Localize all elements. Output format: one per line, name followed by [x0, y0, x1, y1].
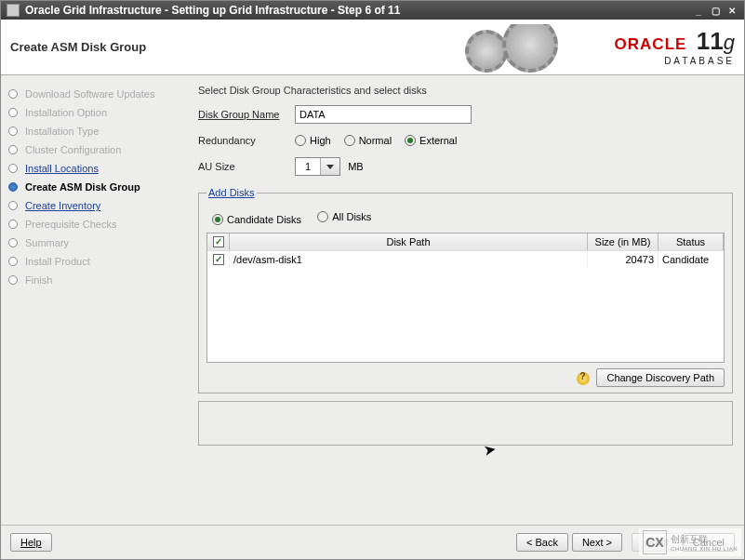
window-icon [7, 4, 20, 17]
sidebar-item-3: Cluster Configuration [7, 140, 181, 159]
sidebar-item-4[interactable]: Install Locations [7, 159, 181, 178]
table-header: Disk Path Size (in MB) Status [207, 233, 724, 250]
sidebar-item-10: Finish [7, 271, 181, 289]
main-panel: Select Disk Group Characteristics and se… [187, 75, 744, 525]
sidebar-item-label: Create ASM Disk Group [25, 181, 140, 193]
wizard-sidebar: Download Software UpdatesInstallation Op… [1, 75, 187, 525]
step-dot-icon [8, 275, 18, 285]
footer: Help < Back Next > Install Cancel [1, 525, 744, 559]
select-all-checkbox[interactable] [213, 236, 224, 247]
redundancy-external-radio[interactable]: External [405, 135, 457, 146]
redundancy-high-radio[interactable]: High [295, 135, 331, 146]
step-dot-icon [8, 164, 18, 173]
sidebar-item-1: Installation Option [7, 103, 181, 122]
maximize-button[interactable]: ▢ [709, 5, 722, 16]
all-disks-radio[interactable]: All Disks [317, 211, 371, 222]
add-disks-legend: Add Disks [206, 187, 257, 198]
col-disk-path[interactable]: Disk Path [230, 233, 588, 250]
redundancy-normal-label: Normal [359, 135, 392, 146]
candidate-disks-label: Candidate Disks [227, 214, 301, 225]
version-suffix: g [724, 31, 735, 54]
hint-icon [577, 372, 590, 385]
sidebar-item-8: Summary [7, 233, 181, 252]
col-status[interactable]: Status [659, 233, 724, 250]
step-dot-icon [8, 182, 18, 192]
watermark-text: 创新互联 [671, 533, 738, 546]
redundancy-label: Redundancy [198, 135, 295, 146]
titlebar: Oracle Grid Infrastructure - Setting up … [1, 1, 744, 20]
message-area [198, 401, 733, 446]
sidebar-item-9: Install Product [7, 252, 181, 271]
watermark: CX 创新互联 CHUANG XIN HU LIAN [639, 528, 741, 556]
cell-size: 20473 [588, 251, 659, 268]
sidebar-item-6[interactable]: Create Inventory [7, 196, 181, 215]
step-dot-icon [8, 257, 18, 266]
sidebar-item-5[interactable]: Create ASM Disk Group [7, 178, 181, 196]
sidebar-item-label: Summary [25, 237, 69, 248]
add-disks-fieldset: Add Disks Candidate Disks All Disks Disk… [198, 187, 733, 393]
au-size-unit: MB [348, 161, 364, 172]
sidebar-item-label: Prerequisite Checks [25, 219, 116, 230]
disks-table: Disk Path Size (in MB) Status /dev/asm-d… [206, 233, 725, 363]
minimize-button[interactable]: _ [692, 5, 705, 16]
step-dot-icon [8, 89, 18, 99]
step-dot-icon [8, 145, 18, 154]
cell-disk-path: /dev/asm-disk1 [230, 251, 588, 268]
brand-text: ORACLE [615, 35, 687, 53]
redundancy-external-label: External [419, 135, 457, 146]
instruction-text: Select Disk Group Characteristics and se… [198, 85, 733, 96]
oracle-logo: ORACLE 11g DATABASE [615, 27, 735, 66]
sidebar-item-label: Finish [25, 274, 52, 286]
cell-status: Candidate [659, 251, 724, 268]
sidebar-item-label: Install Locations [25, 163, 99, 174]
sidebar-item-2: Installation Type [7, 122, 181, 140]
sidebar-item-label: Install Product [25, 256, 90, 267]
au-size-label: AU Size [198, 161, 295, 172]
sidebar-item-label: Installation Type [25, 126, 99, 137]
step-dot-icon [8, 238, 18, 247]
redundancy-normal-radio[interactable]: Normal [344, 135, 392, 146]
back-button[interactable]: < Back [516, 533, 568, 552]
page-title: Create ASM Disk Group [10, 40, 146, 54]
help-button[interactable]: Help [10, 533, 52, 552]
watermark-sub: CHUANG XIN HU LIAN [671, 546, 738, 552]
row-checkbox[interactable] [213, 254, 224, 265]
step-dot-icon [8, 220, 18, 229]
sidebar-item-label: Cluster Configuration [25, 144, 121, 155]
sidebar-item-7: Prerequisite Checks [7, 215, 181, 233]
close-button[interactable]: ✕ [725, 5, 738, 16]
candidate-disks-radio[interactable]: Candidate Disks [212, 214, 301, 225]
all-disks-label: All Disks [332, 211, 371, 222]
header: Create ASM Disk Group ORACLE 11g DATABAS… [1, 20, 744, 75]
sidebar-item-label: Installation Option [25, 107, 107, 118]
sidebar-item-0: Download Software Updates [7, 85, 181, 103]
next-button[interactable]: Next > [572, 533, 622, 552]
step-dot-icon [8, 127, 18, 136]
au-size-select[interactable]: 1 [295, 157, 340, 176]
sidebar-item-label: Download Software Updates [25, 88, 154, 100]
header-graphic [465, 24, 577, 75]
product-text: DATABASE [615, 56, 735, 66]
col-size[interactable]: Size (in MB) [588, 233, 659, 250]
window-title: Oracle Grid Infrastructure - Setting up … [25, 4, 400, 17]
au-size-value: 1 [296, 161, 320, 172]
change-discovery-path-button[interactable]: Change Discovery Path [596, 368, 725, 387]
step-dot-icon [8, 201, 18, 210]
disk-group-name-input[interactable] [295, 105, 472, 124]
sidebar-item-label: Create Inventory [25, 200, 100, 211]
table-row[interactable]: /dev/asm-disk120473Candidate [207, 250, 724, 268]
disk-group-name-label: Disk Group Name [198, 109, 295, 120]
watermark-icon: CX [643, 530, 667, 554]
chevron-down-icon [320, 158, 339, 175]
redundancy-high-label: High [310, 135, 331, 146]
step-dot-icon [8, 108, 18, 117]
version-number: 11 [697, 27, 724, 55]
